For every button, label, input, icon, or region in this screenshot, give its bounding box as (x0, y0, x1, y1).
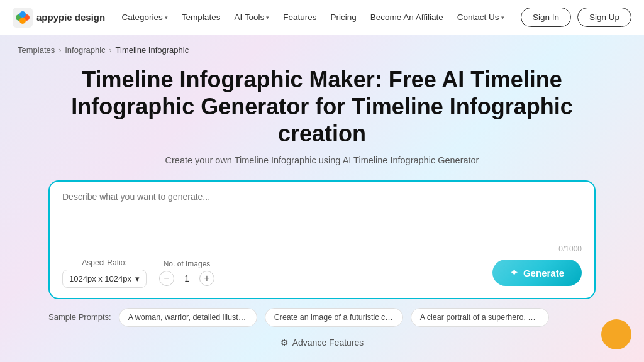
char-count: 0/1000 (62, 244, 582, 253)
advance-gear-icon: ⚙ (280, 337, 289, 348)
controls-row: Aspect Ratio: 1024px x 1024px ▾ No. of I… (62, 258, 582, 288)
images-label: No. of Images (159, 260, 214, 268)
sign-up-button[interactable]: Sign Up (577, 8, 631, 27)
increase-images-button[interactable]: + (199, 271, 214, 286)
advance-section: ⚙ Advance Features (25, 327, 619, 358)
sign-in-button[interactable]: Sign In (521, 8, 571, 27)
hero-subtitle: Create your own Timeline Infographic usi… (25, 155, 619, 165)
logo-icon (13, 8, 33, 28)
advance-features-button[interactable]: ⚙ Advance Features (280, 337, 364, 348)
header-actions: Sign In Sign Up (521, 8, 631, 27)
page-title: Timeline Infographic Maker: Free AI Time… (52, 66, 592, 148)
nav-features[interactable]: Features (278, 9, 321, 26)
prompt-chip-2[interactable]: A clear portrait of a superhero, backgro… (411, 308, 549, 327)
generate-button[interactable]: ✦ Generate (492, 260, 582, 286)
chat-bubble[interactable] (601, 319, 631, 349)
generator-box: 0/1000 Aspect Ratio: 1024px x 1024px ▾ N… (48, 180, 596, 299)
sample-prompts: Sample Prompts: A woman, warrior, detail… (48, 308, 596, 327)
nav-contact[interactable]: Contact Us ▾ (452, 9, 509, 26)
svg-point-4 (19, 18, 26, 24)
aspect-ratio-chevron-icon: ▾ (135, 274, 140, 283)
contact-chevron-icon: ▾ (501, 14, 504, 21)
breadcrumb-current: Timeline Infographic (116, 45, 189, 55)
breadcrumb-infographic[interactable]: Infographic (65, 45, 105, 55)
aspect-ratio-select[interactable]: 1024px x 1024px ▾ (62, 270, 147, 288)
aspect-ratio-label: Aspect Ratio: (62, 258, 147, 267)
breadcrumb: Templates › Infographic › Timeline Infog… (0, 35, 644, 60)
prompt-chip-1[interactable]: Create an image of a futuristic cityscap… (265, 308, 403, 327)
prompt-chip-0[interactable]: A woman, warrior, detailed illustration,… (119, 308, 257, 327)
logo[interactable]: appypie design (13, 8, 105, 28)
nav-ai-tools[interactable]: AI Tools ▾ (229, 9, 274, 26)
images-group: No. of Images − 1 + (159, 260, 214, 286)
nav-affiliate[interactable]: Become An Affiliate (365, 9, 448, 26)
decrease-images-button[interactable]: − (159, 271, 174, 286)
ai-tools-chevron-icon: ▾ (266, 14, 269, 21)
categories-chevron-icon: ▾ (165, 14, 168, 21)
breadcrumb-sep-2: › (109, 46, 112, 55)
generate-icon: ✦ (510, 267, 518, 278)
advance-label: Advance Features (292, 337, 364, 348)
nav-templates[interactable]: Templates (177, 9, 226, 26)
images-value: 1 (182, 273, 192, 283)
generate-label: Generate (523, 268, 564, 278)
aspect-ratio-value: 1024px x 1024px (69, 274, 131, 283)
nav-pricing[interactable]: Pricing (325, 9, 361, 26)
breadcrumb-templates[interactable]: Templates (18, 45, 55, 55)
nav-categories[interactable]: Categories ▾ (117, 9, 173, 26)
main-nav: Categories ▾ Templates AI Tools ▾ Featur… (117, 9, 509, 26)
breadcrumb-sep-1: › (58, 46, 61, 55)
logo-text: appypie design (36, 12, 105, 23)
image-count-stepper: − 1 + (159, 271, 214, 286)
hero-section: Timeline Infographic Maker: Free AI Time… (0, 60, 644, 362)
prompt-input[interactable] (62, 192, 582, 242)
svg-point-3 (19, 11, 26, 18)
aspect-ratio-group: Aspect Ratio: 1024px x 1024px ▾ (62, 258, 147, 288)
sample-prompts-label: Sample Prompts: (48, 312, 111, 322)
header: appypie design Categories ▾ Templates AI… (0, 0, 644, 35)
